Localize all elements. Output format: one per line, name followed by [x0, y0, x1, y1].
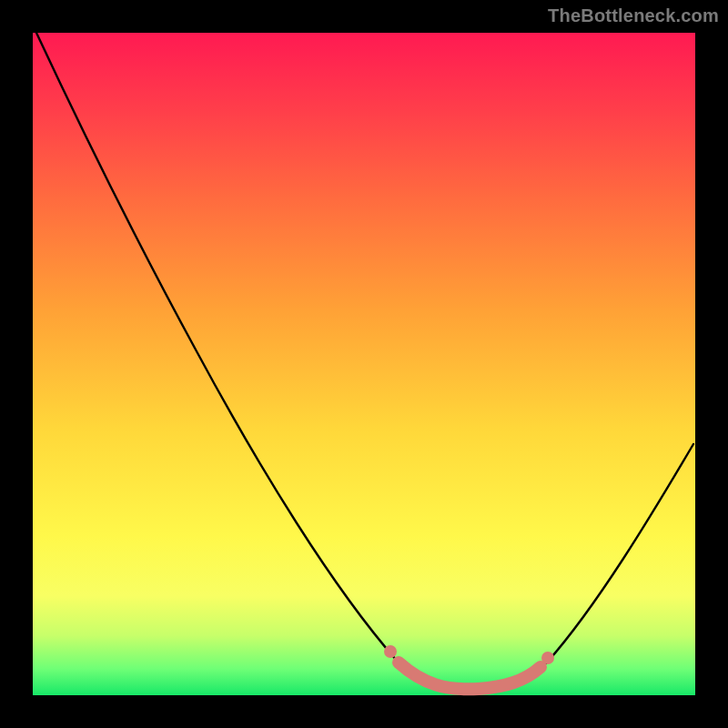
highlight-dot-left: [384, 645, 397, 658]
chart-svg: [33, 33, 695, 695]
watermark-text: TheBottleneck.com: [548, 5, 719, 26]
chart-frame: TheBottleneck.com: [0, 0, 728, 728]
bottleneck-curve-path: [36, 33, 693, 690]
chart-plot-area: [33, 33, 695, 695]
highlight-dot-right: [541, 652, 554, 664]
highlight-band-path: [399, 662, 541, 689]
